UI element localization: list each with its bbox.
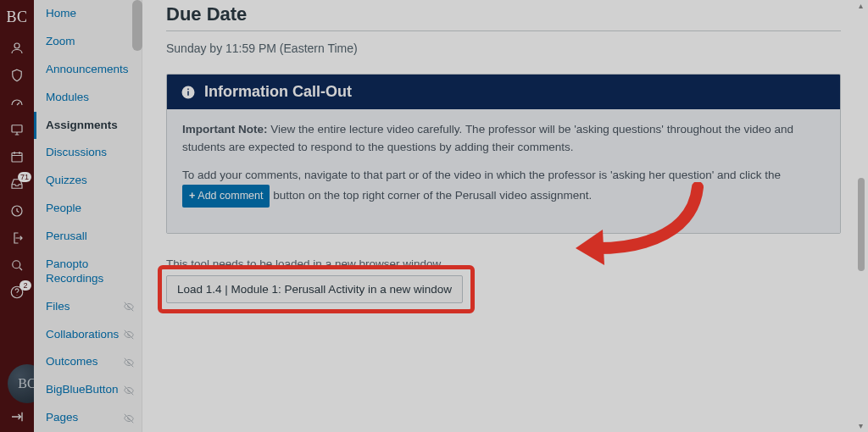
nav-zoom[interactable]: Zoom [34, 28, 142, 56]
monitor-icon[interactable] [0, 116, 34, 143]
important-note-text: View the entire lecture video carefully.… [182, 123, 793, 153]
nav-pages[interactable]: Pages [34, 404, 142, 432]
nav-bbb[interactable]: BigBlueButton [34, 376, 142, 404]
callout-body: Important Note: View the entire lecture … [167, 109, 840, 233]
scroll-up-icon[interactable]: ▴ [856, 2, 865, 10]
nav-files[interactable]: Files [34, 293, 142, 321]
svg-point-4 [13, 261, 20, 269]
profile-icon[interactable] [0, 35, 34, 62]
svg-rect-1 [12, 125, 22, 132]
inbox-badge: 71 [18, 172, 31, 182]
info-callout: Information Call-Out Important Note: Vie… [166, 74, 841, 234]
svg-rect-2 [12, 153, 22, 163]
plus-icon: + [189, 190, 195, 202]
hidden-icon [123, 413, 135, 424]
svg-point-0 [14, 43, 19, 48]
inbox-icon[interactable]: 71 [0, 170, 34, 197]
help-icon[interactable]: 2 [0, 279, 34, 306]
gauge-icon[interactable] [0, 89, 34, 116]
nav-announcements[interactable]: Announcements [34, 56, 142, 84]
svg-rect-9 [187, 88, 189, 90]
global-nav-rail: BC 71 2 BC [0, 0, 34, 432]
info-icon [181, 85, 196, 100]
app-root: BC 71 2 BC [0, 0, 868, 432]
history-icon[interactable] [0, 197, 34, 224]
svg-rect-8 [187, 91, 189, 95]
course-nav: Home Zoom Announcements Modules Assignme… [34, 0, 142, 432]
callout-title: Information Call-Out [204, 83, 352, 101]
logout-icon[interactable] [0, 224, 34, 252]
hidden-icon [123, 301, 135, 313]
nav-quizzes[interactable]: Quizzes [34, 167, 142, 195]
load-in-new-window-button[interactable]: Load 1.4 | Module 1: Perusall Activity i… [166, 275, 463, 303]
nav-collaborations[interactable]: Collaborations [34, 321, 142, 349]
main-content: Due Date Sunday by 11:59 PM (Eastern Tim… [142, 0, 868, 432]
tool-load-note: This tool needs to be loaded in a new br… [166, 258, 841, 270]
due-date-heading: Due Date [166, 0, 841, 31]
callout-p2a: To add your comments, navigate to that p… [182, 169, 781, 181]
shield-icon[interactable] [0, 62, 34, 89]
nav-panopto[interactable]: Panopto Recordings [34, 251, 142, 293]
hidden-icon [123, 329, 135, 341]
due-date-text: Sunday by 11:59 PM (Eastern Time) [166, 42, 841, 55]
brand-logo[interactable]: BC [6, 3, 27, 35]
scroll-thumb[interactable] [858, 178, 865, 271]
scroll-down-icon[interactable]: ▾ [856, 422, 865, 430]
collapse-rail-icon[interactable] [0, 405, 34, 429]
main-scrollbar[interactable]: ▴ ▾ [856, 0, 865, 432]
calendar-icon[interactable] [0, 143, 34, 170]
nav-outcomes[interactable]: Outcomes [34, 348, 142, 376]
nav-discussions[interactable]: Discussions [34, 139, 142, 167]
nav-home[interactable]: Home [34, 0, 142, 28]
course-nav-scrollbar[interactable] [132, 0, 142, 51]
svg-point-6 [17, 295, 18, 296]
nav-modules[interactable]: Modules [34, 84, 142, 112]
hidden-icon [123, 385, 135, 396]
search-icon[interactable] [0, 252, 34, 279]
nav-assignments[interactable]: Assignments [34, 112, 142, 140]
important-note-label: Important Note: [182, 123, 268, 136]
nav-perusall[interactable]: Perusall [34, 223, 142, 251]
callout-header: Information Call-Out [167, 75, 840, 109]
help-badge: 2 [19, 280, 31, 291]
nav-people[interactable]: People [34, 195, 142, 223]
callout-p2b: button on the top right corner of the Pe… [273, 189, 592, 202]
hidden-icon [123, 357, 135, 368]
load-button-highlight: Load 1.4 | Module 1: Perusall Activity i… [166, 275, 463, 303]
add-comment-button-example: +Add comment [182, 185, 270, 208]
